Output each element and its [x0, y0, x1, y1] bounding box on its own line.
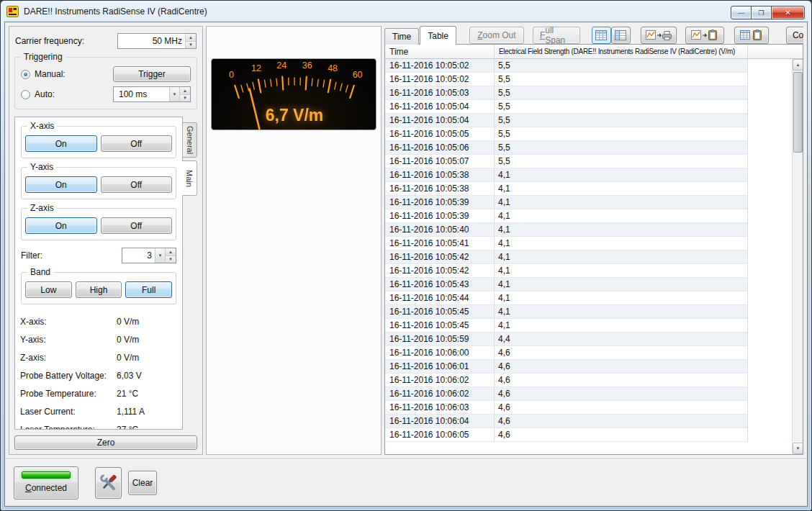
gauge-minor-tick	[247, 83, 249, 91]
filter-dropdown-icon[interactable]: ▼	[155, 248, 165, 263]
copy-chart-button[interactable]	[685, 27, 724, 44]
band-full-button[interactable]: Full	[125, 281, 172, 298]
table-row[interactable]: 16-11-2016 10:05:404,1	[385, 223, 748, 237]
cell-value: 5,5	[495, 59, 748, 72]
maximize-button[interactable]: ❐	[751, 6, 772, 19]
auto-interval-input[interactable]: 100 ms ▼ ▲ ▼	[113, 86, 191, 102]
scroll-up-button[interactable]: ▲	[793, 59, 803, 71]
cell-value: 4,1	[495, 291, 748, 304]
table-row[interactable]: 16-11-2016 10:06:044,6	[385, 415, 748, 428]
table-row[interactable]: 16-11-2016 10:05:394,1	[385, 196, 748, 209]
table-row[interactable]: 16-11-2016 10:05:384,1	[385, 168, 748, 182]
band-low-button[interactable]: Low	[25, 281, 72, 298]
vertical-scrollbar[interactable]: ▲ ▼	[792, 59, 803, 454]
x-axis-on-button[interactable]: On	[25, 135, 97, 152]
table-row[interactable]: 16-11-2016 10:05:454,1	[385, 319, 748, 333]
gauge-panel: 012243648606,7 V/m	[206, 26, 382, 455]
connected-button[interactable]: Connected	[14, 466, 78, 499]
table-row[interactable]: 16-11-2016 10:05:434,1	[385, 278, 748, 291]
x-axis-title: X-axis	[27, 121, 57, 131]
auto-trigger-row: Auto: 100 ms ▼ ▲ ▼	[21, 86, 191, 102]
spin-down-icon[interactable]: ▼	[180, 95, 190, 102]
y-axis-off-button[interactable]: Off	[101, 176, 173, 193]
trigger-button[interactable]: Trigger	[113, 66, 191, 82]
cell-time: 16-11-2016 10:05:39	[385, 196, 495, 209]
column-header-field-strength[interactable]: Electrical Field Strength (DARE!! Instru…	[495, 45, 748, 58]
spin-up-icon[interactable]: ▲	[166, 248, 176, 256]
spin-up-icon[interactable]: ▲	[180, 87, 190, 95]
table-row[interactable]: 16-11-2016 10:06:014,6	[385, 360, 748, 374]
cell-time: 16-11-2016 10:05:38	[385, 182, 495, 195]
table-row[interactable]: 16-11-2016 10:05:384,1	[385, 182, 748, 196]
tab-general[interactable]: General	[183, 122, 197, 158]
spin-down-icon[interactable]: ▼	[186, 42, 196, 49]
grid-columns-button[interactable]	[611, 27, 631, 44]
table-row[interactable]: 16-11-2016 10:06:024,6	[385, 374, 748, 387]
table-row[interactable]: 16-11-2016 10:05:065,5	[385, 141, 748, 155]
close-icon: ✕	[785, 9, 790, 17]
scrollbar-thumb[interactable]	[793, 72, 803, 153]
y-axis-on-button[interactable]: On	[25, 176, 97, 193]
column-header-time[interactable]: Time	[385, 45, 495, 58]
gauge-tick-label: 36	[302, 60, 312, 71]
table-row[interactable]: 16-11-2016 10:06:004,6	[385, 346, 748, 360]
table-row[interactable]: 16-11-2016 10:05:444,1	[385, 291, 748, 305]
columns-button[interactable]: Colu	[786, 27, 803, 44]
table-row[interactable]: 16-11-2016 10:05:045,5	[385, 114, 748, 127]
cell-time: 16-11-2016 10:06:04	[385, 415, 495, 428]
filter-spinner[interactable]: ▲ ▼	[165, 248, 176, 263]
table-row[interactable]: 16-11-2016 10:05:025,5	[385, 73, 748, 86]
cell-value: 4,6	[495, 401, 748, 414]
tab-time[interactable]: Time	[384, 28, 419, 45]
tab-main[interactable]: Main	[182, 160, 197, 196]
carrier-frequency-spinner[interactable]: ▲ ▼	[185, 34, 196, 48]
z-axis-off-button[interactable]: Off	[101, 217, 173, 234]
band-high-button[interactable]: High	[76, 281, 122, 298]
manual-radio-circle[interactable]	[21, 70, 30, 79]
cell-value: 4,1	[495, 223, 748, 236]
full-span-button[interactable]: Full Span	[533, 27, 580, 44]
spin-up-icon[interactable]: ▲	[186, 34, 196, 42]
filter-input[interactable]: 3 ▼ ▲ ▼	[122, 248, 176, 263]
table-row[interactable]: 16-11-2016 10:05:045,5	[385, 100, 748, 114]
print-chart-button[interactable]	[641, 27, 677, 44]
close-button[interactable]: ✕	[771, 6, 805, 19]
table-row[interactable]: 16-11-2016 10:05:424,1	[385, 250, 748, 264]
grid-view-button[interactable]	[592, 27, 611, 44]
table-row[interactable]: 16-11-2016 10:05:414,1	[385, 237, 748, 250]
table-row[interactable]: 16-11-2016 10:06:024,6	[385, 387, 748, 401]
zoom-out-button[interactable]: Zoom Out	[469, 27, 524, 44]
tab-table[interactable]: Table	[420, 26, 456, 45]
minimize-button[interactable]: —	[731, 6, 752, 19]
band-title: Band	[27, 267, 53, 277]
manual-radio[interactable]: Manual:	[21, 69, 66, 79]
auto-interval-spinner[interactable]: ▲ ▼	[179, 87, 190, 101]
x-axis-off-button[interactable]: Off	[101, 135, 173, 152]
table-row[interactable]: 16-11-2016 10:06:034,6	[385, 401, 748, 415]
scroll-down-button[interactable]: ▼	[793, 443, 803, 454]
spin-down-icon[interactable]: ▼	[166, 256, 176, 263]
table-row[interactable]: 16-11-2016 10:05:454,1	[385, 305, 748, 319]
copy-table-button[interactable]	[734, 27, 769, 44]
table-row[interactable]: 16-11-2016 10:05:075,5	[385, 155, 748, 168]
table-row[interactable]: 16-11-2016 10:05:035,5	[385, 86, 748, 100]
table-row[interactable]: 16-11-2016 10:05:424,1	[385, 264, 748, 278]
cell-time: 16-11-2016 10:05:03	[385, 86, 495, 99]
table-row[interactable]: 16-11-2016 10:05:025,5	[385, 59, 748, 73]
auto-interval-dropdown-icon[interactable]: ▼	[169, 87, 179, 101]
auto-radio-circle[interactable]	[21, 90, 30, 99]
clear-button[interactable]: Clear	[128, 471, 157, 495]
table-row[interactable]: 16-11-2016 10:05:394,1	[385, 209, 748, 223]
cell-time: 16-11-2016 10:05:45	[385, 319, 495, 332]
carrier-frequency-input[interactable]: 50 MHz ▲ ▼	[117, 33, 197, 49]
table-row[interactable]: 16-11-2016 10:05:594,4	[385, 333, 748, 346]
titlebar[interactable]: DARE!! Instruments RadiSense IV (RadiCen…	[1, 1, 811, 22]
settings-tools-button[interactable]	[95, 467, 122, 499]
table-row[interactable]: 16-11-2016 10:05:055,5	[385, 127, 748, 141]
zero-button[interactable]: Zero	[14, 435, 197, 450]
cell-time: 16-11-2016 10:06:02	[385, 387, 495, 400]
auto-radio[interactable]: Auto:	[21, 89, 55, 99]
z-axis-on-button[interactable]: On	[25, 217, 97, 234]
table-grid-icon	[595, 30, 607, 40]
table-row[interactable]: 16-11-2016 10:06:054,6	[385, 428, 748, 442]
